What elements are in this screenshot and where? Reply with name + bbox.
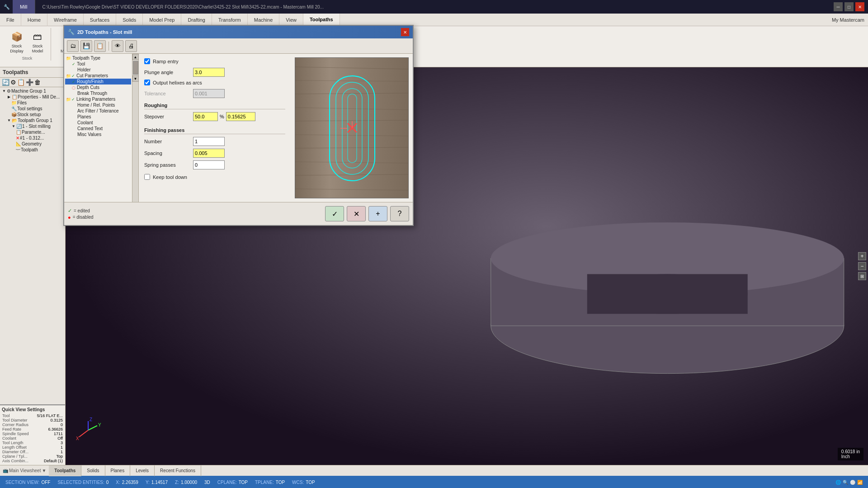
edited-icon: ✓ xyxy=(68,208,72,214)
disabled-icon: ● xyxy=(68,215,71,220)
output-helixes-label: Output helixes as arcs xyxy=(153,80,202,85)
holder-label: Holder xyxy=(77,67,90,72)
tree-misc-values[interactable]: Misc Values xyxy=(65,131,131,137)
plunge-angle-input[interactable] xyxy=(193,68,225,77)
keep-tool-down-label: Keep tool down xyxy=(153,174,187,180)
number-input[interactable] xyxy=(193,137,225,146)
dialog-tree-panel: 📁 Toolpath Type ✓ Tool Holder 📁 ✓ xyxy=(64,54,132,202)
tree-canned-text[interactable]: Canned Text xyxy=(65,126,131,131)
ok-button[interactable]: ✓ xyxy=(325,206,344,221)
dialog-title-bar: 🔧 2D Toolpaths - Slot mill ✕ xyxy=(64,26,413,38)
dialog-form-panel: Ramp entry Plunge angle Output helixes a… xyxy=(139,54,291,202)
rf-label: Rough/Finish xyxy=(77,79,104,84)
tree-break-through[interactable]: Break Through xyxy=(65,90,131,96)
dc-label: Depth Cuts xyxy=(77,85,99,90)
rf-check-icon: ✓ xyxy=(72,80,75,84)
tolerance-input xyxy=(193,89,225,98)
tree-home-rel[interactable]: Home / Rel. Points xyxy=(65,102,131,108)
ramp-entry-label: Ramp entry xyxy=(153,59,179,64)
scroll-down-arrow[interactable]: ▼ xyxy=(132,75,139,82)
tool-item-label: Tool xyxy=(77,61,85,66)
scroll-up-arrow[interactable]: ▲ xyxy=(132,54,139,60)
tree-planes[interactable]: Planes xyxy=(65,114,131,120)
stepover-pct-input[interactable] xyxy=(193,112,218,121)
number-label: Number xyxy=(144,139,189,144)
output-helixes-row: Output helixes as arcs xyxy=(144,80,285,85)
dialog-overlay: 🔧 2D Toolpaths - Slot mill ✕ 🗂 💾 📋 👁 🖨 📁 xyxy=(0,0,868,488)
footer-legend: ✓ = edited ● = disabled xyxy=(68,208,94,220)
lp-icon: 📁 xyxy=(66,97,71,102)
dialog-tool-btn-2[interactable]: 💾 xyxy=(80,40,92,52)
number-row: Number xyxy=(144,137,285,146)
plunge-angle-row: Plunge angle xyxy=(144,68,285,77)
spacing-input[interactable] xyxy=(193,149,225,158)
stepover-inputs: % xyxy=(193,112,255,121)
dialog-tool-btn-5[interactable]: 🖨 xyxy=(125,40,137,52)
help-button[interactable]: ? xyxy=(390,206,409,221)
dialog-preview-area xyxy=(291,54,413,202)
percent-sign: % xyxy=(220,114,224,119)
tpt-icon: 📁 xyxy=(66,56,71,61)
dialog-body: 📁 Toolpath Type ✓ Tool Holder 📁 ✓ xyxy=(64,54,413,202)
tree-rough-finish[interactable]: ✓ Rough/Finish xyxy=(65,79,131,84)
dialog-icon: 🔧 xyxy=(68,29,75,35)
dialog-tree-container: 📁 Toolpath Type ✓ Tool Holder 📁 ✓ xyxy=(64,54,139,202)
legend-edited: ✓ = edited xyxy=(68,208,94,214)
dialog-tool-btn-4[interactable]: 👁 xyxy=(112,40,123,52)
edited-text: = edited xyxy=(74,208,90,213)
scroll-thumb[interactable] xyxy=(133,61,138,75)
cp-icon: 📁 xyxy=(66,74,71,78)
keep-tool-down-checkbox[interactable] xyxy=(144,174,150,180)
dialog-title-left: 🔧 2D Toolpaths - Slot mill xyxy=(68,29,132,35)
cp-label: Cut Parameters xyxy=(76,73,108,78)
cp-check-icon: ✓ xyxy=(71,74,75,78)
ct-label: Canned Text xyxy=(77,126,103,131)
footer-buttons: ✓ ✕ + ? xyxy=(325,206,409,221)
spring-passes-input[interactable] xyxy=(193,160,225,169)
spacing-label: Spacing xyxy=(144,150,189,156)
keep-tool-down-row: Keep tool down xyxy=(144,174,285,180)
coolant-label: Coolant xyxy=(77,120,93,125)
finishing-header: Finishing passes xyxy=(144,127,285,134)
tree-holder-item[interactable]: Holder xyxy=(65,67,131,73)
tree-toolpath-type[interactable]: 📁 Toolpath Type xyxy=(65,55,131,61)
tree-depth-cuts[interactable]: ◌ Depth Cuts xyxy=(65,84,131,90)
dialog-toolbar: 🗂 💾 📋 👁 🖨 xyxy=(64,38,413,54)
ramp-entry-checkbox[interactable] xyxy=(144,58,150,64)
spacing-row: Spacing xyxy=(144,149,285,158)
tpt-label: Toolpath Type xyxy=(72,56,100,61)
dialog-title-text: 2D Toolpaths - Slot mill xyxy=(77,29,132,35)
stepover-val-input[interactable] xyxy=(226,112,255,121)
dialog-tool-btn-3[interactable]: 📋 xyxy=(94,40,106,52)
stepover-label: Stepover xyxy=(144,114,189,119)
tree-tool-item[interactable]: ✓ Tool xyxy=(65,61,131,67)
tree-arc-filter[interactable]: Arc Filter / Tolerance xyxy=(65,108,131,114)
output-helixes-checkbox[interactable] xyxy=(144,80,150,85)
toolbar-separator xyxy=(108,42,109,51)
dialog-close-button[interactable]: ✕ xyxy=(401,28,409,36)
mv-label: Misc Values xyxy=(77,132,101,137)
tool-check-icon: ✓ xyxy=(72,62,75,66)
spring-passes-label: Spring passes xyxy=(144,162,189,168)
tree-cut-params[interactable]: 📁 ✓ Cut Parameters xyxy=(65,73,131,79)
ramp-entry-row: Ramp entry xyxy=(144,58,285,64)
plus-button[interactable]: + xyxy=(368,206,387,221)
disabled-text: = disabled xyxy=(73,215,94,220)
af-label: Arc Filter / Tolerance xyxy=(77,108,119,113)
dialog-footer: ✓ = edited ● = disabled ✓ ✕ + ? xyxy=(64,202,413,225)
tree-scrollbar: ▲ ▼ xyxy=(132,54,138,202)
tree-coolant[interactable]: Coolant xyxy=(65,120,131,126)
cancel-button[interactable]: ✕ xyxy=(347,206,366,221)
tolerance-label: Tolerance xyxy=(144,91,189,96)
plunge-angle-label: Plunge angle xyxy=(144,70,189,75)
lp-check-icon: ✓ xyxy=(71,97,75,102)
toolpaths-dialog: 🔧 2D Toolpaths - Slot mill ✕ 🗂 💾 📋 👁 🖨 📁 xyxy=(63,25,414,226)
bt-label: Break Through xyxy=(77,91,107,96)
preview-svg xyxy=(295,58,409,198)
legend-disabled: ● = disabled xyxy=(68,215,94,220)
dc-circle-icon: ◌ xyxy=(72,85,75,90)
dialog-tool-btn-1[interactable]: 🗂 xyxy=(67,40,79,52)
tree-linking-params[interactable]: 📁 ✓ Linking Parameters xyxy=(65,96,131,102)
hr-label: Home / Rel. Points xyxy=(77,103,115,108)
planes-label: Planes xyxy=(77,114,91,119)
